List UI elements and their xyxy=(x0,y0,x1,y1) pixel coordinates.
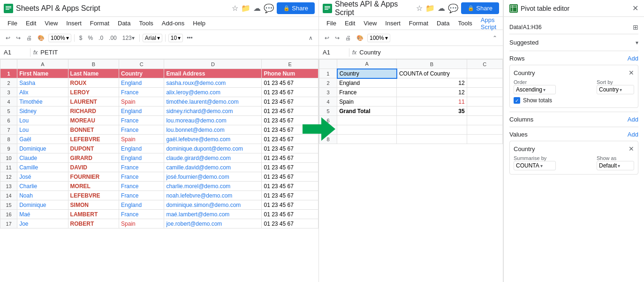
pivot-cell-1-A[interactable]: Country xyxy=(337,69,397,78)
pivot-col-header-C[interactable]: C xyxy=(467,60,502,69)
cell-13-C[interactable]: France xyxy=(119,182,164,191)
col-header-C[interactable]: C xyxy=(119,60,164,69)
cell-15-B[interactable]: SIMON xyxy=(68,200,119,210)
cell-2-D[interactable]: sasha.roux@demo.com xyxy=(164,78,262,88)
right-undo-icon[interactable]: ↩ xyxy=(323,34,331,42)
pivot-cell-7-B[interactable] xyxy=(397,125,467,135)
menu-edit[interactable]: Edit xyxy=(22,19,40,28)
cell-1-D[interactable]: Email Address xyxy=(164,69,262,78)
cell-16-B[interactable]: LAMBERT xyxy=(68,210,119,219)
cell-7-D[interactable]: lou.bonnet@demo.com xyxy=(164,125,262,135)
cell-12-B[interactable]: FOURNIER xyxy=(68,172,119,182)
pivot-col-header-A[interactable]: A xyxy=(337,60,397,69)
pivot-cell-3-A[interactable]: France xyxy=(337,88,397,97)
cell-15-E[interactable]: 01 23 45 67 xyxy=(262,200,318,210)
col-header-A[interactable]: A xyxy=(17,60,68,69)
cell-9-E[interactable]: 01 23 45 67 xyxy=(262,144,318,153)
right-zoom-dropdown[interactable]: 100% ▾ xyxy=(367,34,390,42)
right-menu-view[interactable]: View xyxy=(360,19,380,28)
right-redo-icon[interactable]: ↪ xyxy=(333,34,341,42)
cell-10-D[interactable]: claude.girard@demo.com xyxy=(164,153,262,163)
cell-10-C[interactable]: England xyxy=(119,153,164,163)
cell-9-A[interactable]: Dominique xyxy=(17,144,68,153)
pivot-cell-5-A[interactable]: Grand Total xyxy=(337,107,397,116)
cell-8-D[interactable]: gaël.lefebvre@demo.com xyxy=(164,135,262,144)
menu-addons[interactable]: Add-ons xyxy=(158,19,188,28)
pivot-editor-close[interactable]: ✕ xyxy=(632,4,638,13)
right-menu-insert[interactable]: Insert xyxy=(381,19,404,28)
more-icon[interactable]: ••• xyxy=(185,34,195,42)
pivot-cell-5-B[interactable]: 35 xyxy=(397,107,467,116)
pivot-cell-2-A[interactable]: England xyxy=(337,78,397,88)
menu-insert[interactable]: Insert xyxy=(62,19,85,28)
menu-data[interactable]: Data xyxy=(114,19,134,28)
pivot-cell-3-B[interactable]: 12 xyxy=(397,88,467,97)
pivot-cell-8-A[interactable] xyxy=(337,135,397,144)
cell-6-D[interactable]: lou.moreau@demo.com xyxy=(164,116,262,125)
paint-format-icon[interactable]: 🎨 xyxy=(36,34,46,42)
fontsize-dropdown[interactable]: 10 ▾ xyxy=(168,34,183,42)
pivot-cell-3-C[interactable] xyxy=(467,88,502,97)
cell-6-B[interactable]: MOREAU xyxy=(68,116,119,125)
cell-11-A[interactable]: Camille xyxy=(17,163,68,172)
cell-14-A[interactable]: Noah xyxy=(17,191,68,200)
cell-16-A[interactable]: Maé xyxy=(17,210,68,219)
pivot-cell-1-C[interactable] xyxy=(467,69,502,78)
right-menu-apps-script[interactable]: Apps Script xyxy=(477,15,500,31)
cell-9-B[interactable]: DUPONT xyxy=(68,144,119,153)
cell-4-A[interactable]: Timothée xyxy=(17,97,68,107)
cell-5-C[interactable]: England xyxy=(119,107,164,116)
cell-3-C[interactable]: France xyxy=(119,88,164,97)
cell-8-A[interactable]: Gaël xyxy=(17,135,68,144)
chat-icon[interactable]: 💬 xyxy=(264,3,274,14)
pivot-cell-2-B[interactable]: 12 xyxy=(397,78,467,88)
cell-3-B[interactable]: LEROY xyxy=(68,88,119,97)
undo-icon[interactable]: ↩ xyxy=(4,34,12,42)
right-menu-data[interactable]: Data xyxy=(433,19,453,28)
cell-6-A[interactable]: Lou xyxy=(17,116,68,125)
decimal-less-icon[interactable]: .0 xyxy=(97,34,105,42)
cell-12-C[interactable]: France xyxy=(119,172,164,182)
menu-format[interactable]: Format xyxy=(86,19,113,28)
format-number-icon[interactable]: 123▾ xyxy=(121,34,136,42)
cell-3-E[interactable]: 01 23 45 67 xyxy=(262,88,318,97)
cell-13-A[interactable]: Charlie xyxy=(17,182,68,191)
cell-15-C[interactable]: England xyxy=(119,200,164,210)
right-paint-format-icon[interactable]: 🎨 xyxy=(355,34,365,42)
cell-5-B[interactable]: RICHARD xyxy=(68,107,119,116)
cell-7-A[interactable]: Lou xyxy=(17,125,68,135)
cell-10-A[interactable]: Claude xyxy=(17,153,68,163)
cell-11-D[interactable]: camille.david@demo.com xyxy=(164,163,262,172)
menu-tools[interactable]: Tools xyxy=(135,19,157,28)
cell-16-D[interactable]: maé.lambert@demo.com xyxy=(164,210,262,219)
right-menu-tools[interactable]: Tools xyxy=(454,19,476,28)
left-cell-ref[interactable]: A1 xyxy=(4,49,27,56)
pivot-cell-4-A[interactable]: Spain xyxy=(337,97,397,107)
cell-15-A[interactable]: Dominique xyxy=(17,200,68,210)
cell-12-E[interactable]: 01 23 45 67 xyxy=(262,172,318,182)
pivot-cell-1-B[interactable]: COUNTA of Country xyxy=(397,69,467,78)
right-cell-ref[interactable]: A1 xyxy=(323,49,346,56)
cell-5-A[interactable]: Sidney xyxy=(17,107,68,116)
cell-17-E[interactable]: 01 23 45 67 xyxy=(262,219,318,229)
right-chat-icon[interactable]: 💬 xyxy=(448,3,458,14)
cell-8-B[interactable]: LEFEBVRE xyxy=(68,135,119,144)
cell-7-B[interactable]: BONNET xyxy=(68,125,119,135)
folder-icon[interactable]: 📁 xyxy=(241,4,250,13)
cell-4-B[interactable]: LAURENT xyxy=(68,97,119,107)
cell-9-D[interactable]: dominique.dupont@demo.com xyxy=(164,144,262,153)
cell-14-C[interactable]: France xyxy=(119,191,164,200)
cell-13-D[interactable]: charlie.morel@demo.com xyxy=(164,182,262,191)
cell-11-C[interactable]: France xyxy=(119,163,164,172)
cell-17-B[interactable]: ROBERT xyxy=(68,219,119,229)
pivot-cell-7-C[interactable] xyxy=(467,125,502,135)
currency-icon[interactable]: $ xyxy=(77,34,84,42)
cell-2-C[interactable]: England xyxy=(119,78,164,88)
cell-10-B[interactable]: GIRARD xyxy=(68,153,119,163)
print-icon[interactable]: 🖨 xyxy=(24,34,34,42)
right-menu-format[interactable]: Format xyxy=(405,19,432,28)
cell-11-B[interactable]: DAVID xyxy=(68,163,119,172)
right-cloud-icon[interactable]: ☁ xyxy=(438,4,445,13)
cell-12-A[interactable]: José xyxy=(17,172,68,182)
columns-add-button[interactable]: Add xyxy=(628,116,638,123)
